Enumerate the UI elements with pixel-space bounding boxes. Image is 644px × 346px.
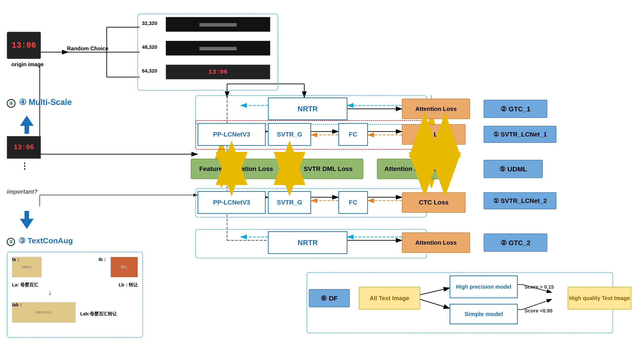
fc-1-box: FC <box>338 123 368 146</box>
svtr-lcnet1-label: ① SVTR_LCNet_1 <box>484 126 556 143</box>
la-label: La: 母婴百汇 <box>12 282 38 288</box>
high-quality-text-image-box: High quality Text Image <box>568 287 631 310</box>
score-low-label: Score <0.95 <box>524 308 552 314</box>
score-high-label: Score > 0.15 <box>524 284 554 290</box>
lb-label: Lb：转让 <box>119 282 138 288</box>
pp-lcnetv3-1-box: PP-LCNetV3 <box>198 123 266 146</box>
textconaug-arrow: ↓ <box>48 289 52 296</box>
svtr-g-1-box: SVTR_G <box>268 123 311 146</box>
udml-label: ⑤ UDML <box>484 160 543 178</box>
ctc-loss-1-box: CTC Loss <box>402 124 466 145</box>
gtc1-label: ② GTC_1 <box>484 100 547 118</box>
textconaug-region: 母婴百汇 Ia： 转让 Ib： La: 母婴百汇 Lb：转让 ↓ 母婴百汇转让 … <box>7 252 143 338</box>
all-text-image-box: All Text Image <box>359 287 420 310</box>
ia-label: Ia： <box>12 256 20 263</box>
simple-model-box: Simple model <box>450 304 518 324</box>
nrtr2-box: NRTR <box>268 231 348 254</box>
iab-label: Iab： <box>12 302 23 308</box>
textconaug-label: ③ ③ TextConAug <box>7 236 73 246</box>
size-label-1: 32,320 <box>142 20 157 26</box>
attention-loss-1-box: Attention Loss <box>402 99 470 119</box>
svtr-dml-loss-box: SVTR DML Loss <box>293 159 363 179</box>
svtr-lcnet2-label: ① SVTR_LCNet_2 <box>484 192 556 209</box>
high-precision-model-box: High precision model <box>450 276 518 298</box>
svg-marker-49 <box>20 116 34 134</box>
size-image-3: 13:06 <box>166 65 270 79</box>
attention-loss-2-box: Attention Loss <box>402 232 470 253</box>
nrtr1-box: NRTR <box>268 98 348 120</box>
origin-image-label: origin image <box>11 61 44 68</box>
svtr-g-2-box: SVTR_G <box>268 191 311 214</box>
main-diagram: 13:06 origin image Random Choice 32,320 … <box>0 0 644 346</box>
ctc-loss-2-box: CTC Loss <box>402 192 466 213</box>
random-choice-label: Random Choice <box>67 45 108 52</box>
important-label: important? <box>7 188 38 195</box>
ib-label: Ib： <box>98 256 107 263</box>
multiscale-label: ④ ④ Multi-Scale <box>7 98 72 108</box>
size-label-2: 48,320 <box>142 44 157 50</box>
attention-dml-loss-box: Attention DML Loss <box>377 159 452 179</box>
df-label: ⑥ DF <box>309 289 350 307</box>
lab-label: Lab:母婴百汇转让 <box>80 311 117 317</box>
feature-distillation-loss-box: Feature Distillation Loss <box>191 159 282 179</box>
origin-image: 13:06 <box>7 32 41 59</box>
size-image-1: ▓▓▓▓▓▓▓▓▓▓▓▓▓▓▓▓ <box>166 17 270 32</box>
ib-image: 转让 <box>110 257 138 277</box>
size-label-3: 64,320 <box>142 68 157 74</box>
svg-marker-50 <box>20 211 34 229</box>
textconaug-circle: ③ <box>7 238 15 246</box>
fc-2-box: FC <box>338 191 368 214</box>
gtc2-label: ② GTC_2 <box>484 234 547 252</box>
scaled-image: 13:06 <box>7 136 41 159</box>
blue-arrow-up <box>20 211 34 229</box>
pp-lcnetv3-2-box: PP-LCNetV3 <box>198 191 266 214</box>
blue-arrow-down <box>20 116 34 134</box>
size-image-2: ▓▓▓▓▓▓▓▓▓▓▓▓▓▓▓▓ <box>166 41 270 56</box>
dots-label: ⋮ <box>20 162 28 171</box>
multiscale-circle: ④ <box>7 99 16 108</box>
